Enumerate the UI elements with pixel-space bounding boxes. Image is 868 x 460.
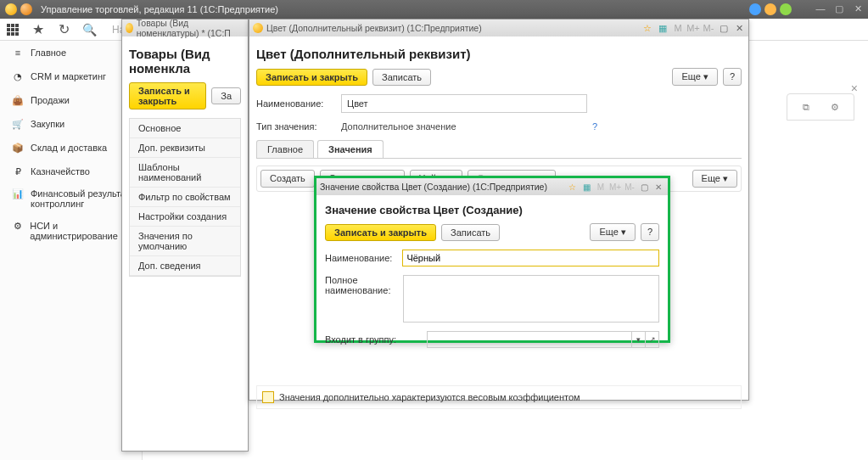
wc-close-icon[interactable]: ✕ — [733, 22, 745, 34]
window-value-title: Значение свойства Цвет (Создание) (1С:Пр… — [320, 182, 547, 192]
wv-close-icon[interactable]: ✕ — [652, 181, 664, 193]
window-value-titlebar[interactable]: Значение свойства Цвет (Создание) (1С:Пр… — [316, 178, 668, 195]
wv-mplus-icon[interactable]: M+ — [609, 181, 621, 193]
search-icon[interactable]: 🔍 — [81, 22, 97, 37]
window-icon — [126, 23, 133, 33]
app-icon-secondary — [20, 3, 32, 15]
value-heading: Значение свойства Цвет (Создание) — [325, 204, 659, 216]
tovary-save-close-button[interactable]: Записать и закрыть — [129, 82, 206, 109]
values-more-button[interactable]: Еще ▾ — [692, 170, 737, 188]
nav-item[interactable]: 👜Продажи — [0, 88, 142, 112]
color-heading: Цвет (Дополнительный реквизит) — [256, 47, 742, 61]
nav-label: CRM и маркетинг — [31, 71, 106, 81]
nav-icon: 📦 — [12, 143, 24, 154]
apps-grid-icon[interactable] — [5, 22, 20, 37]
tray-dot-2[interactable] — [764, 3, 776, 15]
right-side-tabs: ⧉ ⚙ — [787, 93, 854, 121]
tray-dot-3[interactable] — [780, 3, 792, 15]
tovary-side-list: ОсновноеДоп. реквизитыШаблоны наименован… — [129, 118, 241, 277]
color-more-button[interactable]: Еще ▾ — [672, 68, 717, 86]
window-color-title: Цвет (Дополнительный реквизит) (1С:Предп… — [266, 23, 482, 33]
nav-icon: 📊 — [12, 188, 24, 199]
history-icon[interactable]: ↻ — [56, 22, 71, 37]
copy-icon[interactable]: ⧉ — [799, 100, 813, 114]
weight-coeff-row[interactable]: Значения дополнительно характеризуются в… — [256, 385, 742, 409]
chevron-down-icon[interactable]: ▾ — [631, 332, 645, 347]
weight-coeff-label: Значения дополнительно характеризуются в… — [279, 392, 580, 402]
window-color-titlebar[interactable]: Цвет (Дополнительный реквизит) (1С:Предп… — [249, 20, 748, 36]
value-save-button[interactable]: Записать — [441, 224, 500, 241]
value-full-label: Полное наименование: — [325, 275, 403, 295]
favorite-star-icon[interactable]: ★ — [31, 22, 46, 37]
titlebar-tray — [749, 3, 792, 15]
nav-icon: ≡ — [12, 48, 24, 58]
nav-item[interactable]: 📦Склад и доставка — [0, 136, 142, 160]
wc-restore-icon[interactable]: ▢ — [718, 22, 730, 34]
nav-item[interactable]: 🛒Закупки — [0, 112, 142, 136]
tovary-side-item[interactable]: Шаблоны наименований — [130, 158, 240, 188]
nav-label: Склад и доставка — [31, 143, 107, 153]
nav-item[interactable]: ◔CRM и маркетинг — [0, 65, 142, 88]
nav-icon: ◔ — [12, 71, 24, 82]
nav-label: Казначейство — [31, 166, 90, 177]
tovary-side-item[interactable]: Фильтр по свойствам — [130, 188, 240, 207]
tovary-save-button[interactable]: За — [211, 87, 241, 104]
window-tovary-titlebar[interactable]: Товары (Вид номенклатуры) * (1С:П — [122, 20, 248, 36]
wc-m-icon[interactable]: M — [672, 22, 684, 34]
tovary-side-item[interactable]: Доп. реквизиты — [130, 138, 240, 158]
wc-mplus-icon[interactable]: M+ — [687, 22, 699, 34]
color-save-button[interactable]: Записать — [372, 69, 431, 86]
nav-item[interactable]: ₽Казначейство — [0, 160, 142, 183]
nav-item[interactable]: ⚙НСИ и администрирование — [0, 216, 142, 248]
app-minimize-icon[interactable]: — — [814, 2, 827, 15]
tab-values[interactable]: Значения — [317, 140, 384, 158]
app-maximize-icon[interactable]: ▢ — [832, 2, 846, 15]
wv-mminus-icon[interactable]: M- — [624, 181, 636, 193]
weight-coeff-checkbox[interactable] — [262, 391, 274, 403]
gear-icon[interactable]: ⚙ — [828, 100, 842, 114]
tovary-side-item[interactable]: Доп. сведения — [130, 256, 240, 276]
wv-calc-icon[interactable]: ▦ — [580, 181, 592, 193]
app-window-controls: — ▢ ✕ — [814, 2, 865, 15]
color-save-close-button[interactable]: Записать и закрыть — [256, 69, 367, 86]
value-name-input[interactable] — [402, 250, 659, 266]
tray-dot-1[interactable] — [749, 3, 761, 15]
window-tovary: Товары (Вид номенклатуры) * (1С:П Товары… — [121, 19, 249, 452]
wc-mminus-icon[interactable]: M- — [703, 22, 714, 34]
app-close-icon[interactable]: ✕ — [851, 2, 865, 15]
value-more-button[interactable]: Еще ▾ — [590, 223, 635, 241]
tovary-side-item[interactable]: Основное — [130, 119, 240, 138]
tab-main[interactable]: Главное — [256, 140, 314, 158]
window-tovary-title: Товары (Вид номенклатуры) * (1С:П — [137, 18, 244, 38]
nav-item[interactable]: 📊Финансовый результат и контроллинг — [0, 183, 142, 216]
wv-fav-icon[interactable]: ☆ — [566, 181, 578, 193]
open-ref-icon[interactable]: ↗ — [645, 332, 658, 347]
nav-label: Главное — [31, 48, 66, 58]
nav-icon: 🛒 — [12, 119, 24, 130]
nav-label: Продажи — [31, 95, 70, 105]
values-create-button[interactable]: Создать — [260, 170, 315, 188]
value-save-close-button[interactable]: Записать и закрыть — [325, 224, 436, 241]
color-type-value: Дополнительное значение — [341, 121, 587, 132]
tovary-side-item[interactable]: Значения по умолчанию — [130, 227, 240, 256]
value-group-label: Входит в группу: — [325, 334, 427, 345]
value-full-input[interactable] — [403, 275, 659, 323]
value-group-combo[interactable]: ▾ ↗ — [427, 331, 659, 348]
nav-label: Закупки — [31, 119, 64, 129]
color-name-input[interactable]: Цвет — [341, 94, 587, 113]
color-help-button[interactable]: ? — [723, 68, 742, 86]
wv-restore-icon[interactable]: ▢ — [638, 181, 650, 193]
value-help-button[interactable]: ? — [641, 223, 659, 241]
wv-m-icon[interactable]: M — [595, 181, 607, 193]
nav-item[interactable]: ≡Главное — [0, 41, 142, 65]
color-type-help-icon[interactable]: ? — [592, 121, 597, 132]
nav-icon: 👜 — [12, 95, 24, 106]
window-value: Значение свойства Цвет (Создание) (1С:Пр… — [314, 176, 670, 343]
tovary-side-item[interactable]: Настройки создания — [130, 207, 240, 227]
app-icon — [5, 3, 17, 15]
tovary-heading: Товары (Вид номенкла — [129, 47, 241, 76]
wc-fav-icon[interactable]: ☆ — [641, 22, 653, 34]
wc-calc-icon[interactable]: ▦ — [657, 22, 669, 34]
color-type-label: Тип значения: — [256, 121, 341, 132]
window-icon — [253, 23, 263, 33]
